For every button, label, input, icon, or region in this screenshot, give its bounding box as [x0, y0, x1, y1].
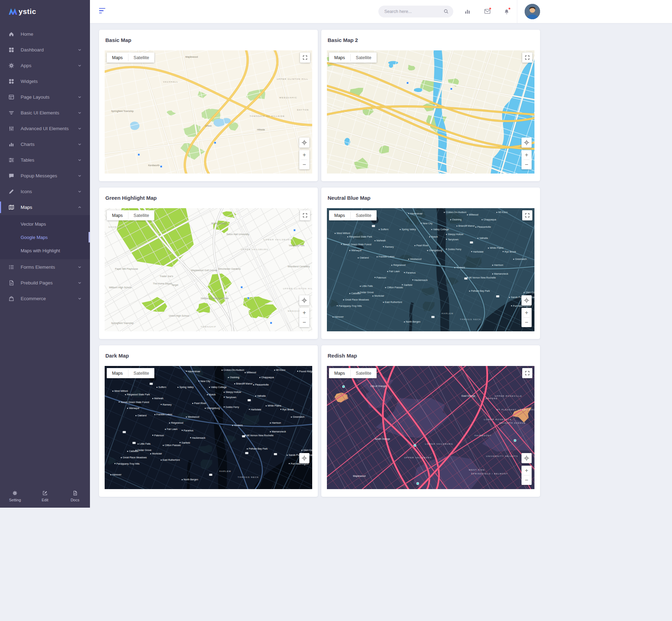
sidebar-item-dashboard[interactable]: Dashboard [0, 42, 90, 58]
main-content: Basic Map MaplewoodVAUXHALLUPPER CLINTON… [99, 30, 540, 497]
svg-text:Springfield Township: Springfield Township [111, 322, 133, 325]
brand-logo[interactable]: ystic [0, 0, 90, 23]
zoom-in-button[interactable]: + [522, 308, 532, 317]
card-title: Basic Map 2 [328, 37, 534, 43]
satellite-button[interactable]: Satellite [351, 210, 377, 220]
my-location-button[interactable] [522, 295, 532, 305]
maps-button[interactable]: Maps [329, 210, 350, 220]
fullscreen-button[interactable] [522, 52, 532, 63]
svg-text:DAYTON: DAYTON [297, 108, 309, 111]
edit-button[interactable]: Edit [30, 491, 60, 502]
cards-grid: Basic Map MaplewoodVAUXHALLUPPER CLINTON… [99, 30, 540, 497]
sidebar-item-ecommerce[interactable]: Ecommerce [0, 291, 90, 306]
card-title: Redish Map [328, 352, 534, 359]
chevron-down-icon [78, 48, 82, 52]
redish-map-card: Redish Map City of OrangeEast OrangeAMPE… [321, 345, 540, 497]
fullscreen-button[interactable] [522, 368, 532, 378]
zoom-out-button[interactable]: − [299, 160, 309, 169]
svg-text:Fair Lawn: Fair Lawn [389, 270, 400, 273]
neutral-blue-map-canvas[interactable]: S. Hewitt State ForestHaverstrawCroton-O… [327, 208, 534, 331]
zoom-in-button[interactable]: + [299, 150, 309, 160]
svg-text:Parsippany-Troy Hills: Parsippany-Troy Hills [117, 463, 140, 465]
sort-menu-icon[interactable] [99, 8, 107, 15]
my-location-button[interactable] [299, 295, 309, 305]
maps-button[interactable]: Maps [107, 368, 128, 378]
satellite-button[interactable]: Satellite [351, 52, 377, 63]
search-input[interactable] [378, 6, 453, 17]
redish-map-canvas[interactable]: City of OrangeEast OrangeAMPEREUPPER ROS… [327, 366, 534, 489]
sidebar-item-advanced-ui[interactable]: Advanced UI Elements [0, 121, 90, 136]
user-avatar[interactable] [525, 4, 540, 19]
sidebar-item-charts[interactable]: Charts [0, 136, 90, 152]
my-location-button[interactable] [299, 137, 309, 148]
svg-text:Orangeburg: Orangeburg [429, 249, 442, 252]
satellite-button[interactable]: Satellite [128, 52, 154, 63]
sidebar-item-popup-messeges[interactable]: Popup Messeges [0, 168, 90, 184]
sidebar-item-maps-with-highlight[interactable]: Maps with Highlight [0, 244, 90, 257]
svg-text:Pleasantville: Pleasantville [477, 226, 491, 228]
stats-button[interactable] [460, 5, 474, 19]
chevron-down-icon [78, 64, 82, 68]
svg-text:Westwood: Westwood [188, 416, 200, 418]
dark-map-card: Dark Map S. Hewitt State ForestHaverstra… [99, 345, 318, 497]
svg-text:UNIVERSITY HEIGHTS: UNIVERSITY HEIGHTS [486, 455, 518, 457]
layout-icon [8, 94, 14, 100]
zoom-in-button[interactable]: + [299, 308, 309, 317]
zoom-out-button[interactable]: − [522, 318, 532, 327]
fullscreen-button[interactable] [300, 210, 310, 220]
svg-text:Montclair: Montclair [374, 295, 385, 297]
svg-text:Ossining: Ossining [230, 376, 239, 379]
search-icon[interactable] [443, 9, 449, 14]
satellite-button[interactable]: Satellite [128, 368, 154, 378]
zoom-out-button[interactable]: − [522, 160, 532, 169]
messages-button[interactable] [480, 5, 494, 19]
docs-button[interactable]: Docs [60, 491, 90, 502]
sidebar-item-home[interactable]: Home [0, 26, 90, 42]
zoom-out-button[interactable]: − [522, 475, 532, 485]
svg-text:City of Orange: City of Orange [370, 385, 386, 388]
zoom-out-button[interactable]: − [299, 318, 309, 327]
sidebar-item-forms-elements[interactable]: Forms Elements [0, 259, 90, 275]
svg-text:LOWER ROSEVILLE: LOWER ROSEVILLE [484, 418, 512, 421]
maps-button[interactable]: Maps [329, 368, 350, 378]
svg-text:Ridgewood: Ridgewood [393, 264, 406, 267]
maps-button[interactable]: Maps [107, 210, 128, 220]
basic-map-canvas[interactable]: MaplewoodVAUXHALLUPPER CLINTON HILLWEEQU… [105, 50, 312, 174]
basic-map-2-canvas[interactable]: Maps Satellite + − [327, 50, 534, 174]
sidebar-item-icons[interactable]: Icons [0, 184, 90, 199]
maps-button[interactable]: Maps [329, 52, 350, 63]
sidebar-item-page-layouts[interactable]: Page Layouts [0, 89, 90, 105]
my-location-button[interactable] [299, 453, 309, 463]
sidebar-item-vector-maps[interactable]: Vector Maps [0, 217, 90, 231]
zoom-in-button[interactable]: + [522, 150, 532, 160]
notifications-button[interactable] [499, 5, 513, 19]
zoom-in-button[interactable]: + [522, 466, 532, 475]
satellite-button[interactable]: Satellite [351, 368, 377, 378]
sidebar-item-widgets[interactable]: Widgets [0, 73, 90, 89]
search-box [378, 6, 453, 17]
svg-text:Hanover: Hanover [112, 473, 122, 476]
maps-button[interactable]: Maps [107, 52, 128, 63]
satellite-button[interactable]: Satellite [128, 210, 154, 220]
svg-text:Hollywood Memorial Park: Hollywood Memorial Park [201, 297, 229, 300]
sidebar-item-apps[interactable]: Apps [0, 58, 90, 73]
setting-button[interactable]: Setting [0, 491, 30, 502]
svg-text:Millburn High School: Millburn High School [109, 286, 132, 289]
fullscreen-button[interactable] [522, 210, 532, 220]
chevron-up-icon [78, 205, 82, 209]
green-highlight-map-canvas[interactable]: SHORT HILLSSouth OrangeLOWER VAILSBURGUP… [105, 208, 312, 331]
sidebar-item-google-maps[interactable]: Google Maps [0, 231, 90, 244]
my-location-button[interactable] [522, 137, 532, 148]
fullscreen-button[interactable] [300, 52, 310, 63]
zoom-control: + − [299, 150, 309, 169]
sidebar-item-prebuild-pages[interactable]: Prebuild Pages [0, 275, 90, 291]
sidebar-item-basic-ui[interactable]: Basic UI Elements [0, 105, 90, 121]
svg-text:FAIRMOUNT: FAIRMOUNT [475, 434, 492, 437]
chevron-down-icon [78, 297, 82, 301]
sidebar-item-maps[interactable]: Maps [0, 199, 90, 215]
sidebar-item-tables[interactable]: Tables [0, 152, 90, 168]
my-location-button[interactable] [522, 453, 532, 463]
dark-map-canvas[interactable]: S. Hewitt State ForestHaverstrawCroton-O… [105, 366, 312, 489]
map-image: MaplewoodVAUXHALLUPPER CLINTON HILLWEEQU… [105, 50, 312, 174]
gear-icon [8, 63, 14, 69]
